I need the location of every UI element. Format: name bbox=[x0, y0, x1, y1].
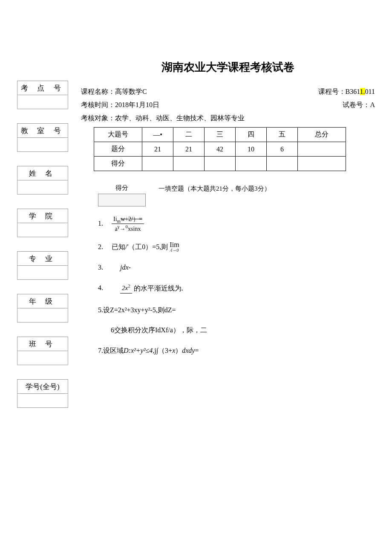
question-1: 1. Iimw+2/）= aγ→0xsinx bbox=[98, 216, 375, 232]
table-row: 题分 21 21 42 10 6 bbox=[94, 142, 346, 157]
sidebar-input-grade[interactable] bbox=[17, 308, 68, 323]
course-number: 课程号：B3611.011 bbox=[318, 87, 375, 96]
table-row: 得分 bbox=[94, 157, 346, 171]
meta-target-row: 考核对象：农学、动科、动医、生物技术、园林等专业 bbox=[81, 114, 375, 123]
section-score-input[interactable] bbox=[98, 194, 146, 206]
question-6: 6交换积分次序IdXf/a），际，二 bbox=[111, 325, 375, 336]
q2-lim: Iim ∕i→0 bbox=[170, 241, 179, 253]
section-score-box: 得分 bbox=[98, 184, 146, 206]
target-label: 考核对象： bbox=[81, 114, 115, 122]
meta-time-row: 考核时间：2018年1月10日 试卷号：A bbox=[81, 101, 375, 110]
sidebar-label-grade: 年 级 bbox=[17, 294, 68, 308]
sidebar-input-class[interactable] bbox=[17, 351, 68, 365]
sidebar-label-exam-site: 考 点 号 bbox=[17, 81, 68, 95]
paper-no-value: A bbox=[370, 101, 375, 108]
q4-fraction: 2x2 bbox=[120, 282, 132, 295]
target-value: 农学、动科、动医、生物技术、园林等专业 bbox=[115, 114, 245, 122]
sidebar-label-name: 姓 名 bbox=[17, 166, 68, 180]
time-label: 考核时间： bbox=[81, 101, 115, 108]
section-title: 一填空题（本大题共21分，每小题3分） bbox=[159, 184, 271, 193]
sidebar-input-room[interactable] bbox=[17, 137, 68, 152]
table-row: 大题号 —• 二 三 四 五 总分 bbox=[94, 128, 346, 142]
question-4: 4. 2x2 的水平渐近线为. bbox=[98, 282, 375, 295]
sidebar-input-exam-site[interactable] bbox=[17, 95, 68, 109]
q1-expression: Iimw+2/）= aγ→0xsinx bbox=[112, 216, 144, 232]
question-7: 7.设区域D:x²+y²≤4,j∫（3+x）dxdy= bbox=[98, 345, 375, 356]
sidebar-input-student-id[interactable] bbox=[17, 393, 68, 408]
questions-list: 1. Iimw+2/）= aγ→0xsinx 2. 已知/'（工0）=5,则 bbox=[98, 216, 375, 356]
section-header: 得分 一填空题（本大题共21分，每小题3分） bbox=[98, 184, 375, 206]
sidebar-label-major: 专 业 bbox=[17, 251, 68, 266]
score-table: 大题号 —• 二 三 四 五 总分 题分 21 21 42 10 6 bbox=[94, 127, 346, 171]
paper-no-label: 试卷号： bbox=[343, 101, 370, 108]
page-title: 湖南农业大学课程考核试卷 bbox=[81, 60, 375, 75]
exam-content: 湖南农业大学课程考核试卷 课程名称：高等数学C 课程号：B3611.011 考核… bbox=[81, 60, 375, 365]
course-label: 课程名称： bbox=[81, 88, 115, 95]
question-5: 5.设Z=2x²+3xy+y²-5,则dZ= bbox=[98, 305, 375, 316]
sidebar-input-name[interactable] bbox=[17, 180, 68, 195]
section-score-label: 得分 bbox=[115, 184, 128, 192]
question-2: 2. 已知/'（工0）=5,则 Iim ∕i→0 bbox=[98, 241, 375, 253]
sidebar-label-college: 学 院 bbox=[17, 209, 68, 223]
exam-form-sidebar: 考 点 号 教 室 号 姓 名 学 院 专 业 年 级 班 号 学号(全号) bbox=[17, 81, 68, 408]
meta-course-row: 课程名称：高等数学C 课程号：B3611.011 bbox=[81, 87, 375, 96]
sidebar-label-student-id: 学号(全号) bbox=[17, 379, 68, 394]
time-value: 2018年1月10日 bbox=[115, 101, 159, 108]
sidebar-input-major[interactable] bbox=[17, 265, 68, 280]
sidebar-label-room: 教 室 号 bbox=[17, 123, 68, 138]
question-3: 3. jdx- bbox=[98, 262, 375, 273]
sidebar-input-college[interactable] bbox=[17, 223, 68, 237]
course-name: 高等数学C bbox=[115, 88, 147, 95]
sidebar-label-class: 班 号 bbox=[17, 337, 68, 351]
